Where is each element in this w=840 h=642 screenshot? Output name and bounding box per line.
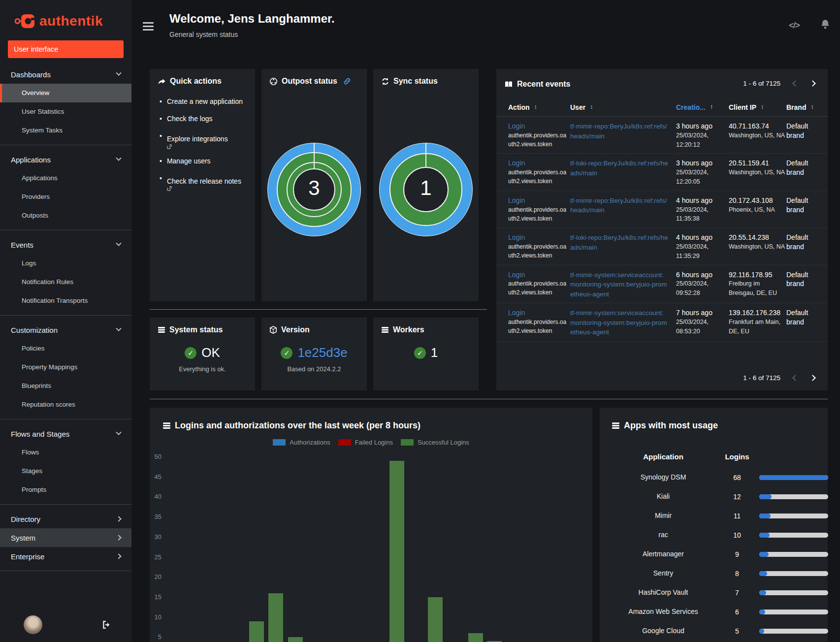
- quick-action-create-a-new-application[interactable]: •Create a new application: [160, 96, 247, 107]
- sidebar-item-overview[interactable]: Overview: [0, 84, 131, 102]
- page-previous-icon[interactable]: [792, 375, 799, 381]
- event-user-link[interactable]: tf-mimir-repo:BeryJu/k8s:ref:refs/heads/…: [570, 123, 667, 140]
- cell-client-ip: 40.71.163.74Washington, US, NA: [729, 122, 786, 149]
- page-next-icon[interactable]: [809, 375, 816, 381]
- sidebar-group-applications[interactable]: Applications: [0, 150, 131, 169]
- sidebar-item-reputation-scores[interactable]: Reputation scores: [0, 395, 131, 414]
- sidebar-item-providers[interactable]: Providers: [0, 188, 131, 206]
- sidebar-item-stages[interactable]: Stages: [0, 462, 131, 481]
- divider: [0, 419, 131, 419]
- cell-client-ip: 139.162.176.238Frankfurt am Main, DE, EU: [729, 308, 786, 337]
- sidebar-group-flows-and-stages[interactable]: Flows and Stages: [0, 424, 131, 443]
- user-interface-button[interactable]: User interface: [8, 40, 124, 58]
- divider: [0, 504, 131, 505]
- divider: [0, 230, 131, 230]
- event-user-link[interactable]: tf-mimir-system:serviceaccount:monitorin…: [570, 271, 667, 298]
- sidebar-group-events[interactable]: Events: [0, 235, 131, 254]
- quick-action-manage-users[interactable]: •Manage users: [160, 156, 247, 166]
- sidebar-item-notification-rules[interactable]: Notification Rules: [0, 273, 131, 291]
- sidebar-group-enterprise[interactable]: Enterprise: [0, 547, 131, 566]
- event-location: Washington, US, NA: [729, 168, 786, 177]
- chevron-right-icon: [116, 516, 121, 521]
- sidebar-item-outposts[interactable]: Outposts: [0, 206, 131, 225]
- sidebar-item-flows[interactable]: Flows: [0, 443, 131, 462]
- progress-bar: [759, 629, 828, 634]
- app-logins-count: 12: [715, 493, 759, 501]
- hamburger-menu-icon[interactable]: [143, 22, 154, 32]
- page-next-icon[interactable]: [809, 80, 816, 87]
- divider: [150, 399, 828, 399]
- sidebar-group-label: Dashboards: [11, 70, 51, 79]
- quick-action-check-the-logs[interactable]: •Check the logs: [160, 114, 247, 124]
- external-link-icon: [167, 144, 229, 149]
- progress-fill: [759, 552, 769, 557]
- quick-action-explore-integrations[interactable]: •Explore integrations: [160, 131, 247, 149]
- sidebar-item-notification-transports[interactable]: Notification Transports: [0, 291, 131, 310]
- sidebar-item-policies[interactable]: Policies: [0, 339, 131, 358]
- cell-creation: 3 hours ago25/03/2024, 12:20:05: [676, 159, 729, 186]
- page-previous-icon[interactable]: [792, 80, 799, 87]
- table-row: Loginauthentik.providers.oauth2.views.to…: [496, 117, 828, 154]
- event-user-link[interactable]: tf-loki-repo:BeryJu/k8s:ref:refs/heads/m…: [570, 160, 668, 177]
- chevron-right-icon: [116, 535, 121, 540]
- list-item: Mimir11: [600, 506, 828, 525]
- event-user-link[interactable]: tf-loki-repo:BeryJu/k8s:ref:refs/heads/m…: [570, 234, 668, 251]
- bullet: •: [160, 156, 162, 166]
- link-icon[interactable]: [343, 77, 351, 85]
- column-client-ip[interactable]: Client IP↕: [729, 103, 786, 111]
- version-value[interactable]: 1e25d3e: [297, 345, 347, 360]
- cell-client-ip: 20.51.159.41Washington, US, NA: [729, 159, 786, 186]
- sidebar-group-system[interactable]: System: [0, 528, 131, 547]
- event-action-link[interactable]: Login: [508, 271, 525, 279]
- sidebar-item-property-mappings[interactable]: Property Mappings: [0, 358, 131, 377]
- bell-icon[interactable]: [820, 19, 830, 30]
- sidebar-group-label: Flows and Stages: [11, 430, 69, 438]
- sidebar-group-label: Applications: [11, 156, 51, 164]
- bar-successful-logins: [428, 597, 443, 642]
- event-action-link[interactable]: Login: [508, 233, 525, 241]
- table-row: Loginauthentik.providers.oauth2.views.to…: [496, 228, 828, 265]
- quick-action-check-the-release-notes[interactable]: •Check the release notes: [160, 173, 247, 192]
- sidebar-group-dashboards[interactable]: Dashboards: [0, 65, 131, 84]
- cell-brand: Default brand: [786, 233, 816, 260]
- events-pagination-bottom: 1 - 6 of 7125: [743, 374, 815, 382]
- event-action-link[interactable]: Login: [508, 309, 525, 317]
- api-code-icon[interactable]: </>: [788, 21, 800, 31]
- cell-brand: Default brand: [786, 308, 816, 337]
- cell-brand: Default brand: [786, 159, 816, 186]
- chevron-right-icon: [116, 553, 121, 559]
- avatar[interactable]: [24, 615, 42, 634]
- event-action-link[interactable]: Login: [508, 159, 525, 167]
- event-user-link[interactable]: tf-mimir-system:serviceaccount:monitorin…: [570, 309, 667, 336]
- sidebar-item-prompts[interactable]: Prompts: [0, 481, 131, 499]
- sidebar-group-directory[interactable]: Directory: [0, 510, 131, 528]
- sidebar-item-applications[interactable]: Applications: [0, 169, 131, 188]
- cell-user: tf-loki-repo:BeryJu/k8s:ref:refs/heads/m…: [570, 159, 676, 186]
- event-action-link[interactable]: Login: [508, 122, 525, 130]
- page-subtitle: General system status: [169, 31, 238, 38]
- cell-action: Loginauthentik.providers.oauth2.views.to…: [508, 308, 570, 337]
- cell-client-ip: 20.55.14.238Washington, US, NA: [729, 233, 786, 260]
- workers-value: 1: [431, 345, 438, 360]
- column-brand[interactable]: Brand↕: [786, 103, 816, 111]
- table-row: Loginauthentik.providers.oauth2.views.to…: [496, 191, 828, 228]
- sidebar-group-customization[interactable]: Customization: [0, 321, 131, 339]
- sidebar-group-label: Customization: [11, 326, 58, 334]
- sidebar-item-blueprints[interactable]: Blueprints: [0, 377, 131, 395]
- column-user[interactable]: User↕: [570, 103, 676, 111]
- column-creatio[interactable]: Creatio...↑: [676, 103, 729, 111]
- progress-bar: [759, 494, 828, 499]
- column-action[interactable]: Action↕: [508, 103, 570, 111]
- logout-icon[interactable]: [101, 620, 111, 630]
- event-action-link[interactable]: Login: [508, 196, 525, 204]
- sidebar-item-user-statistics[interactable]: User Statistics: [0, 102, 131, 121]
- sidebar-item-logs[interactable]: Logs: [0, 254, 131, 273]
- sidebar-item-system-tasks[interactable]: System Tasks: [0, 121, 131, 140]
- system-status-subtitle: Everything is ok.: [150, 365, 255, 373]
- version-subtitle: Based on 2024.2.2: [261, 365, 367, 373]
- bullet: •: [160, 114, 162, 124]
- cell-brand: Default brand: [786, 122, 816, 149]
- event-user-link[interactable]: tf-mimir-repo:BeryJu/k8s:ref:refs/heads/…: [570, 197, 667, 214]
- divider: [150, 309, 487, 310]
- cell-client-ip: 20.172.43.108Phoenix, US, NA: [729, 196, 786, 224]
